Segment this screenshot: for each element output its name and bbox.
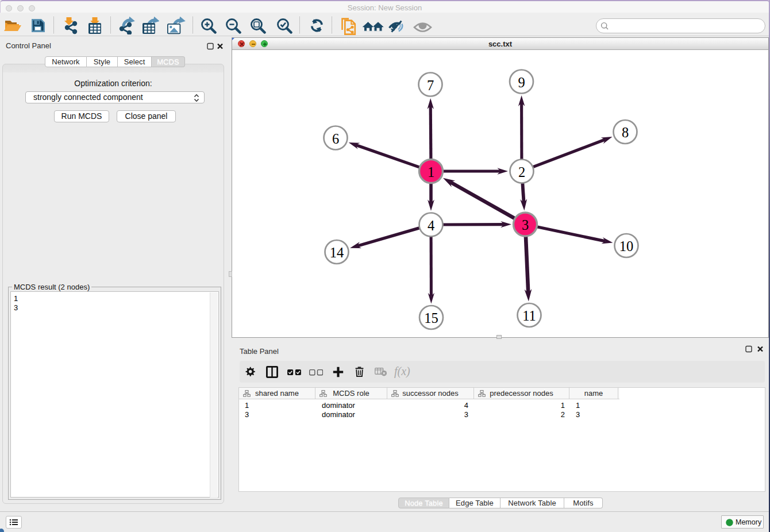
svg-text:15: 15 [424, 310, 438, 326]
svg-text:6: 6 [332, 131, 339, 147]
svg-text:1: 1 [428, 164, 434, 180]
svg-text:2: 2 [518, 164, 525, 180]
svg-text:8: 8 [622, 125, 629, 140]
svg-text:11: 11 [522, 308, 536, 323]
svg-text:14: 14 [330, 245, 344, 260]
svg-text:7: 7 [427, 78, 434, 93]
svg-text:9: 9 [518, 75, 525, 90]
svg-text:3: 3 [522, 217, 529, 233]
svg-text:4: 4 [428, 218, 434, 233]
svg-text:10: 10 [619, 238, 634, 254]
